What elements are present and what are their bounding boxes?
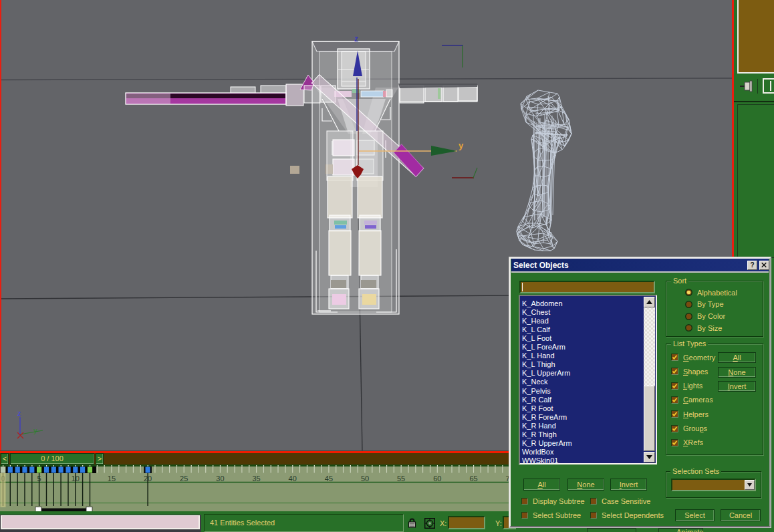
svg-text:z: z (354, 34, 358, 43)
svg-text:30: 30 (216, 475, 224, 483)
svg-text:25: 25 (180, 475, 188, 483)
svg-text:65: 65 (469, 475, 477, 483)
svg-text:60: 60 (433, 475, 441, 483)
svg-text:55: 55 (397, 475, 405, 483)
svg-text:35: 35 (252, 475, 260, 483)
svg-text:45: 45 (325, 475, 333, 483)
svg-text:15: 15 (108, 475, 116, 483)
svg-text:y: y (33, 426, 37, 434)
svg-text:z: z (17, 409, 21, 417)
svg-text:y: y (459, 140, 464, 150)
svg-text:50: 50 (361, 475, 369, 483)
svg-text:40: 40 (289, 475, 297, 483)
